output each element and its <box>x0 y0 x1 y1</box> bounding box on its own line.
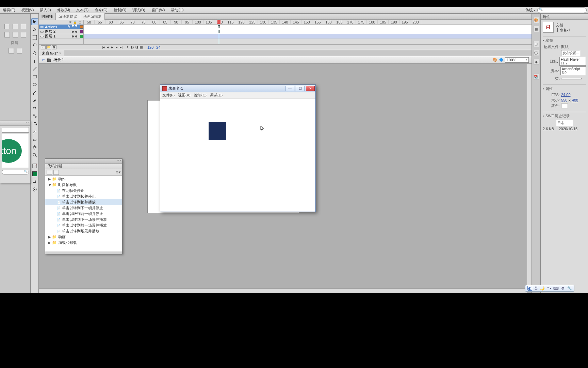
snippet-item[interactable]: 📄单击以转到场景并播放 <box>45 228 122 234</box>
swf-menu-debug[interactable]: 调试(D) <box>210 93 223 98</box>
info-panel-icon[interactable]: ⓘ <box>533 50 539 56</box>
new-layer-button[interactable]: ▭ <box>41 45 46 49</box>
layer-1[interactable]: ▭图层 1 <box>39 34 83 39</box>
copy-snippet-icon[interactable] <box>53 170 59 175</box>
oval-tool[interactable] <box>31 81 38 88</box>
snippet-folder[interactable]: ▶📁动作 <box>45 176 122 182</box>
help-search-input[interactable] <box>537 7 587 13</box>
pen-tool[interactable] <box>31 50 38 57</box>
swf-menu-control[interactable]: 控制(C) <box>194 93 207 98</box>
frames-area[interactable]: 5055606570758085909510010511011512012513… <box>84 20 532 44</box>
document-tab[interactable]: 未命名-1*× <box>39 50 64 57</box>
library-doc-select[interactable] <box>2 127 29 133</box>
target-select[interactable]: Flash Player 11.2 <box>559 57 586 66</box>
menu-debug[interactable]: 调试(D) <box>131 7 146 13</box>
add-to-frame-icon[interactable] <box>47 170 52 175</box>
align-right-icon[interactable] <box>21 24 26 29</box>
delete-layer-button[interactable]: 🗑 <box>52 45 56 49</box>
panel-collapse-icon[interactable]: « <box>26 121 27 125</box>
deco-tool[interactable]: ✿ <box>31 105 38 111</box>
outline-column-icon[interactable]: ◻ <box>78 20 81 24</box>
log-button[interactable]: 日志 <box>556 120 573 126</box>
minimize-button[interactable]: — <box>285 86 294 91</box>
fps-input[interactable]: 24.00 <box>561 93 571 97</box>
align-bottom-icon[interactable] <box>21 32 26 37</box>
distribute-v-icon[interactable] <box>17 48 22 53</box>
onion-outlines-button[interactable]: ◑ <box>135 45 139 49</box>
height-input[interactable]: 400 <box>572 98 578 102</box>
lock-column-icon[interactable]: 🔒 <box>73 20 77 24</box>
snippets-tree[interactable]: ▶📁动作▼📁时间轴导航📄在此帧处停止📄单击以转到帧并停止📄单击以转到帧并播放📄单… <box>45 176 122 251</box>
bone-tool[interactable] <box>31 112 38 119</box>
color-panel-icon[interactable]: 🎨 <box>533 17 539 23</box>
close-button[interactable]: ✕ <box>306 86 315 91</box>
snippet-item[interactable]: 📄单击以转到下一场景并播放 <box>45 217 122 223</box>
maximize-button[interactable]: ☐ <box>296 86 305 91</box>
menu-modify[interactable]: 修改(M) <box>56 7 72 13</box>
script-select[interactable]: ActionScript 3.0 <box>560 66 586 75</box>
library-panel-icon[interactable]: 📚 <box>533 74 539 80</box>
close-tab-icon[interactable]: × <box>59 51 61 55</box>
menu-commands[interactable]: 命令(C) <box>93 7 109 13</box>
subselection-tool[interactable] <box>31 26 38 33</box>
swf-titlebar[interactable]: 未命名-1 — ☐ ✕ <box>160 85 315 92</box>
horizontal-scrollbar[interactable] <box>39 288 527 293</box>
layer-2[interactable]: ▭图层 2 <box>39 29 83 34</box>
track-layer2[interactable] <box>84 29 532 34</box>
stage-color-swatch[interactable] <box>561 104 568 108</box>
ime-language-bar[interactable]: ◐ 英 🌙 " • ⌨ ⚙ 🔧 <box>525 285 574 292</box>
width-input[interactable]: 550 <box>561 98 567 102</box>
align-left-icon[interactable] <box>4 24 10 29</box>
snippets-options-icon[interactable]: ⚙▾ <box>115 170 121 174</box>
snippet-item[interactable]: 📄单击以转到帧并播放 <box>45 199 122 205</box>
menu-control[interactable]: 控制(O) <box>112 7 128 13</box>
loop-button[interactable]: ↻ <box>126 45 130 49</box>
menu-help[interactable]: 帮助(H) <box>169 7 185 13</box>
snippet-item[interactable]: 📄单击以转到前一场景并播放 <box>45 223 122 228</box>
align-center-icon[interactable] <box>13 24 18 29</box>
menu-window[interactable]: 窗口(W) <box>150 7 166 13</box>
line-tool[interactable] <box>31 65 38 72</box>
eraser-tool[interactable] <box>31 136 38 143</box>
ime-settings-icon[interactable]: ⚙ <box>560 286 565 291</box>
tab-timeline[interactable]: 时间轴 <box>39 13 56 20</box>
ime-help-icon[interactable]: 🔧 <box>567 286 572 291</box>
ime-punct-icon[interactable]: " • <box>547 286 552 291</box>
snippets-collapse-icon[interactable]: « <box>117 159 119 163</box>
brush-tool[interactable] <box>31 97 38 104</box>
layer-actions[interactable]: ▭Actions ✎ <box>39 25 83 29</box>
edit-multiple-button[interactable]: ▦ <box>139 45 143 49</box>
snippet-folder[interactable]: ▶📁加载和卸载 <box>45 240 122 246</box>
edit-symbol-icon[interactable]: 🔷 <box>499 58 504 62</box>
snap-toggle[interactable] <box>31 186 38 193</box>
swf-stage[interactable] <box>161 98 315 211</box>
pencil-tool[interactable] <box>31 89 38 96</box>
edit-scene-icon[interactable]: 🎨 <box>493 58 497 62</box>
zoom-select[interactable]: 100%▾ <box>505 57 529 63</box>
publish-settings-button[interactable]: 发布设置... <box>561 50 580 56</box>
onion-skin-button[interactable]: ◐ <box>130 45 134 49</box>
last-frame-button[interactable]: ▸| <box>119 45 123 49</box>
ime-language-label[interactable]: 英 <box>534 286 538 291</box>
play-button[interactable]: ▸ <box>110 45 114 49</box>
track-layer1[interactable] <box>84 34 532 39</box>
lasso-tool[interactable] <box>31 42 38 49</box>
menu-view[interactable]: 视图(V) <box>20 7 35 13</box>
menu-insert[interactable]: 插入(I) <box>38 7 52 13</box>
ime-icon[interactable]: ◐ <box>527 286 532 291</box>
new-folder-button[interactable]: 📁 <box>46 45 51 49</box>
menu-text[interactable]: 文本(T) <box>75 7 90 13</box>
ime-keyboard-icon[interactable]: ⌨ <box>554 286 558 291</box>
eyedropper-tool[interactable] <box>31 128 38 135</box>
snippet-item[interactable]: 📄在此帧处停止 <box>45 188 122 194</box>
snippets-close-icon[interactable]: × <box>119 159 121 163</box>
distribute-h-icon[interactable] <box>9 48 14 53</box>
back-icon[interactable]: ⇦ <box>42 58 45 62</box>
next-frame-button[interactable]: ▸ <box>115 45 119 49</box>
playhead[interactable] <box>219 20 219 44</box>
align-top-icon[interactable] <box>4 32 10 37</box>
tab-compiler-errors[interactable]: 编译器错误 <box>56 13 80 20</box>
tab-motion-editor[interactable]: 动画编辑器 <box>80 13 105 20</box>
snippet-folder[interactable]: ▶📁动画 <box>45 234 122 240</box>
vertical-scrollbar[interactable] <box>527 64 532 288</box>
